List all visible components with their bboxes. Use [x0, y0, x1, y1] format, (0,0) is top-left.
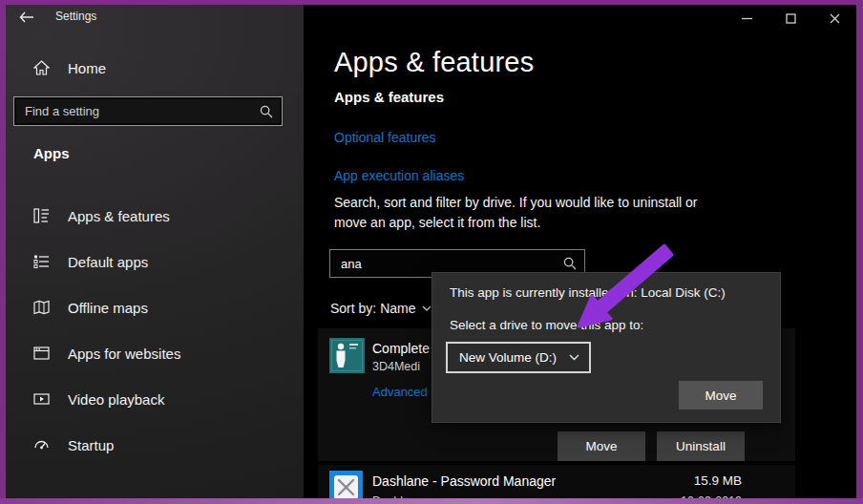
sidebar-item-label: Apps & features	[68, 208, 170, 224]
sidebar-item-apps-features[interactable]: Apps & features	[6, 199, 304, 233]
dialog-move-button[interactable]: Move	[679, 381, 763, 410]
description-text: Search, sort and filter by drive. If you…	[334, 193, 698, 233]
screenshot-frame: Settings Home Apps Apps & features	[0, 0, 863, 504]
sidebar-section-apps: Apps	[33, 145, 70, 161]
sidebar-item-video-playback[interactable]: Video playback	[6, 382, 304, 416]
sidebar-item-home[interactable]: Home	[6, 51, 304, 85]
app-row-actions: Move Uninstall	[558, 431, 745, 461]
window-controls	[725, 5, 856, 32]
apps-features-icon	[33, 208, 50, 224]
close-button[interactable]	[812, 5, 856, 32]
close-icon	[830, 13, 840, 24]
app-name: Dashlane - Password Manager	[372, 473, 556, 489]
complete-anatomy-app-icon	[329, 338, 365, 373]
app-publisher: Dashlane	[372, 494, 423, 498]
chevron-down-icon	[422, 305, 432, 311]
dashlane-app-icon	[329, 471, 363, 498]
section-title: Apps & features	[334, 89, 444, 105]
offline-maps-icon	[33, 300, 50, 316]
app-row-dashlane[interactable]: Dashlane - Password Manager Dashlane 15.…	[318, 465, 795, 498]
app-install-date: 10-09-2019	[681, 494, 742, 498]
startup-icon	[33, 437, 50, 453]
sort-by-dropdown[interactable]: Sort by: Name	[330, 301, 432, 316]
settings-search-input[interactable]	[14, 104, 260, 118]
sidebar-item-default-apps[interactable]: Default apps	[6, 244, 304, 279]
video-playback-icon	[33, 391, 50, 408]
sidebar: Settings Home Apps Apps & features	[6, 5, 304, 498]
app-name: Complete	[372, 341, 430, 356]
uninstall-button[interactable]: Uninstall	[657, 431, 745, 461]
sort-by-label: Sort by: Name	[330, 301, 415, 316]
main-content: Apps & features Apps & features Optional…	[304, 5, 856, 498]
sidebar-item-label: Video playback	[68, 391, 164, 408]
sidebar-item-label: Default apps	[68, 254, 148, 270]
app-size: 15.9 MB	[694, 473, 742, 488]
sidebar-item-label: Home	[68, 60, 106, 76]
drive-select-dropdown[interactable]: New Volume (D:)	[446, 342, 591, 373]
advanced-options-link[interactable]: Advanced	[372, 385, 428, 399]
app-execution-aliases-link[interactable]: App execution aliases	[334, 168, 464, 183]
drive-selected-value: New Volume (D:)	[459, 350, 557, 365]
settings-search-box[interactable]	[13, 96, 283, 126]
settings-window: Settings Home Apps Apps & features	[6, 5, 856, 498]
select-drive-text: Select a drive to move this app to:	[450, 318, 643, 332]
page-title: Apps & features	[334, 47, 534, 78]
sidebar-item-label: Apps for websites	[68, 346, 180, 362]
default-apps-icon	[33, 254, 50, 270]
minimize-icon	[742, 13, 752, 24]
maximize-button[interactable]	[768, 5, 812, 32]
sidebar-item-label: Offline maps	[68, 300, 148, 316]
home-icon	[33, 60, 50, 76]
minimize-button[interactable]	[725, 5, 768, 32]
search-icon[interactable]	[260, 105, 273, 118]
chevron-down-icon	[569, 354, 579, 361]
move-app-flyout: This app is currently installed on: Loca…	[432, 272, 781, 423]
window-title: Settings	[55, 10, 96, 23]
apps-for-websites-icon	[33, 346, 50, 362]
app-filter-input[interactable]	[330, 257, 563, 271]
installed-on-text: This app is currently installed on: Loca…	[450, 285, 726, 300]
app-publisher: 3D4Medi	[372, 360, 420, 373]
sidebar-item-label: Startup	[68, 437, 114, 453]
sidebar-item-startup[interactable]: Startup	[6, 428, 304, 462]
sidebar-item-offline-maps[interactable]: Offline maps	[6, 290, 304, 325]
optional-features-link[interactable]: Optional features	[334, 130, 436, 145]
move-button[interactable]: Move	[558, 431, 645, 461]
sidebar-item-apps-for-websites[interactable]: Apps for websites	[6, 336, 304, 370]
search-icon[interactable]	[563, 257, 577, 270]
back-arrow-icon	[19, 11, 34, 23]
maximize-icon	[786, 13, 796, 24]
back-button[interactable]	[15, 8, 38, 27]
